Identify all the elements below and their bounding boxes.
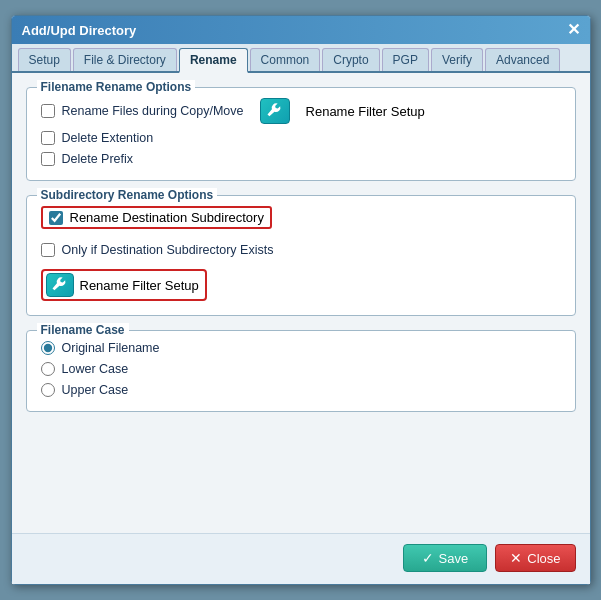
upper-case-label: Upper Case — [62, 383, 129, 397]
rename-dest-checkbox[interactable] — [49, 211, 63, 225]
footer: ✓ Save ✕ Close — [12, 533, 590, 584]
close-x-icon: ✕ — [510, 550, 522, 566]
filename-case-group-label: Filename Case — [37, 323, 129, 337]
rename-dest-highlighted-row: Rename Destination Subdirectory — [41, 206, 272, 229]
rename-dest-label: Rename Destination Subdirectory — [70, 210, 264, 225]
delete-prefix-checkbox[interactable] — [41, 152, 55, 166]
filename-rename-group-label: Filename Rename Options — [37, 80, 196, 94]
tab-common[interactable]: Common — [250, 48, 321, 71]
filename-case-radio-group: Original Filename Lower Case Upper Case — [41, 341, 561, 397]
title-bar: Add/Upd Directory ✕ — [12, 16, 590, 44]
rename-files-label: Rename Files during Copy/Move — [62, 104, 244, 118]
tab-verify[interactable]: Verify — [431, 48, 483, 71]
subdirectory-rename-options-group: Subdirectory Rename Options Rename Desti… — [26, 195, 576, 316]
original-filename-row: Original Filename — [41, 341, 561, 355]
save-checkmark-icon: ✓ — [422, 550, 434, 566]
wrench-icon — [266, 102, 284, 120]
lower-case-radio[interactable] — [41, 362, 55, 376]
delete-prefix-label: Delete Prefix — [62, 152, 134, 166]
lower-case-label: Lower Case — [62, 362, 129, 376]
tab-bar: Setup File & Directory Rename Common Cry… — [12, 44, 590, 73]
only-if-exists-label: Only if Destination Subdirectory Exists — [62, 243, 274, 257]
tab-crypto[interactable]: Crypto — [322, 48, 379, 71]
original-filename-radio[interactable] — [41, 341, 55, 355]
content-area: Filename Rename Options Rename Files dur… — [12, 73, 590, 533]
tab-file-directory[interactable]: File & Directory — [73, 48, 177, 71]
save-label: Save — [439, 551, 469, 566]
lower-case-row: Lower Case — [41, 362, 561, 376]
title-close-button[interactable]: ✕ — [567, 22, 580, 38]
wrench-icon-sub — [51, 276, 69, 294]
tab-rename[interactable]: Rename — [179, 48, 248, 73]
original-filename-label: Original Filename — [62, 341, 160, 355]
tab-advanced[interactable]: Advanced — [485, 48, 560, 71]
rename-filter-setup-button-sub[interactable] — [46, 273, 74, 297]
upper-case-row: Upper Case — [41, 383, 561, 397]
close-button[interactable]: ✕ Close — [495, 544, 575, 572]
rename-filter-setup-highlighted-row: Rename Filter Setup — [41, 269, 207, 301]
upper-case-radio[interactable] — [41, 383, 55, 397]
only-if-exists-checkbox[interactable] — [41, 243, 55, 257]
subdirectory-rename-group-label: Subdirectory Rename Options — [37, 188, 218, 202]
delete-extension-checkbox[interactable] — [41, 131, 55, 145]
tab-pgp[interactable]: PGP — [382, 48, 429, 71]
close-label: Close — [527, 551, 560, 566]
filename-case-group: Filename Case Original Filename Lower Ca… — [26, 330, 576, 412]
tab-setup[interactable]: Setup — [18, 48, 71, 71]
rename-filter-setup-label-top: Rename Filter Setup — [306, 104, 425, 119]
dialog: Add/Upd Directory ✕ Setup File & Directo… — [11, 15, 591, 585]
save-button[interactable]: ✓ Save — [403, 544, 488, 572]
delete-extension-label: Delete Extention — [62, 131, 154, 145]
rename-filter-setup-button-top[interactable] — [260, 98, 290, 124]
dialog-title: Add/Upd Directory — [22, 23, 137, 38]
rename-filter-setup-label-sub: Rename Filter Setup — [80, 278, 199, 293]
filename-rename-options-group: Filename Rename Options Rename Files dur… — [26, 87, 576, 181]
rename-files-checkbox[interactable] — [41, 104, 55, 118]
